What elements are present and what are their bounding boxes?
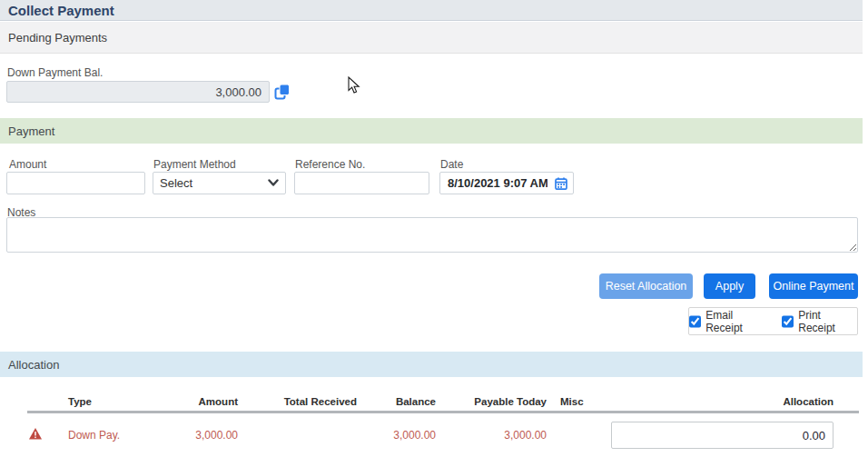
notes-textarea[interactable] [6,217,858,253]
allocation-table-row: Down Pay. 3,000.00 3,000.00 3,000.00 [27,419,859,452]
reference-no-input[interactable] [294,172,429,194]
allocation-header-label: Allocation [8,358,59,372]
amount-input[interactable] [6,172,145,194]
col-total-received: Total Received [238,396,357,407]
date-label: Date [440,158,463,171]
allocation-section-header: Allocation [0,352,863,377]
calendar-icon[interactable] [555,177,567,194]
reference-no-label: Reference No. [295,158,365,171]
allocation-amount-input[interactable] [611,422,833,449]
receipt-options-panel: Email Receipt Print Receipt [688,307,858,335]
amount-label: Amount [9,158,46,171]
date-field-wrapper [439,172,574,194]
email-receipt-checkbox[interactable] [689,315,701,328]
payment-section-header: Payment [0,118,863,144]
payment-method-label: Payment Method [153,158,236,171]
col-misc: Misc [547,396,594,407]
collect-payment-window: Collect Payment Pending Payments Down Pa… [0,0,868,457]
payment-method-value: Select [160,176,192,190]
col-allocation: Allocation [594,396,859,407]
col-amount: Amount [150,396,238,407]
email-receipt-label: Email Receipt [705,309,769,334]
col-payable-today: Payable Today [436,396,547,407]
apply-button[interactable]: Apply [704,273,755,299]
down-payment-balance-label: Down Payment Bal. [7,66,103,79]
pending-payments-label: Pending Payments [8,31,107,45]
allocation-table-header: Type Amount Total Received Balance Payab… [27,393,859,410]
row-balance: 3,000.00 [357,429,436,442]
row-allocation-cell [594,422,859,449]
row-payable-today: 3,000.00 [436,429,547,442]
down-payment-balance-field [6,81,270,103]
print-receipt-checkbox[interactable] [782,315,794,328]
page-title: Collect Payment [8,3,114,18]
reset-allocation-button[interactable]: Reset Allocation [599,273,693,299]
email-receipt-option[interactable]: Email Receipt [689,309,769,334]
print-receipt-label: Print Receipt [798,309,857,334]
online-payment-button[interactable]: Online Payment [769,273,858,299]
payment-header-label: Payment [8,124,54,138]
chevron-down-icon [268,176,279,190]
warning-icon [27,428,68,442]
mouse-cursor [348,76,360,98]
row-amount: 3,000.00 [150,429,238,442]
table-header-divider [27,411,859,413]
col-balance: Balance [357,396,436,407]
col-type: Type [68,396,150,407]
copy-icon[interactable] [274,84,291,100]
date-input[interactable] [439,172,574,194]
title-bar: Collect Payment [0,0,863,21]
print-receipt-option[interactable]: Print Receipt [782,309,857,334]
payment-method-select[interactable]: Select [153,172,286,194]
pending-payments-header: Pending Payments [0,22,863,54]
row-type: Down Pay. [68,429,150,442]
